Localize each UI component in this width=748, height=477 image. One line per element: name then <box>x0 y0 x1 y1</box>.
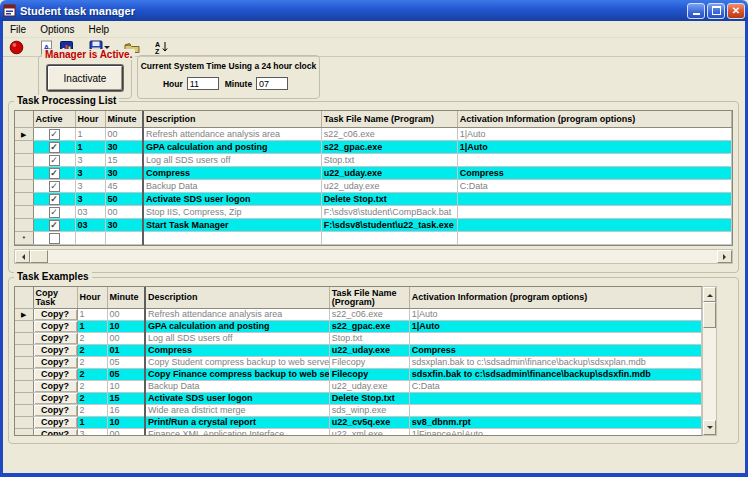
scroll-up-button[interactable] <box>703 287 716 302</box>
scroll-right-button[interactable] <box>717 250 732 263</box>
row-selector[interactable] <box>15 206 33 219</box>
grid-cell[interactable]: 1 <box>77 309 107 321</box>
grid-cell[interactable]: 1 <box>77 417 107 429</box>
grid-cell[interactable]: 3 <box>75 154 105 167</box>
column-header[interactable]: Task File Name (Program) <box>321 111 457 128</box>
grid-cell[interactable]: 1 <box>75 141 105 154</box>
inactivate-button[interactable]: Inactivate <box>47 65 123 91</box>
active-checkbox[interactable]: ✓ <box>49 194 60 205</box>
grid-cell[interactable]: 2 <box>77 369 107 381</box>
grid-cell[interactable]: Stop IIS, Compress, Zip <box>143 206 321 219</box>
row-selector[interactable] <box>15 357 33 369</box>
grid-cell[interactable]: Filecopy <box>329 357 409 369</box>
active-cell[interactable] <box>33 232 75 245</box>
grid-cell[interactable]: 00 <box>105 128 143 141</box>
grid-cell[interactable]: 3 <box>75 193 105 206</box>
active-checkbox[interactable] <box>49 233 60 244</box>
row-selector[interactable] <box>15 180 33 193</box>
grid-cell[interactable]: 2 <box>77 381 107 393</box>
row-selector[interactable] <box>15 141 33 154</box>
grid-cell[interactable]: 2 <box>77 345 107 357</box>
grid-cell[interactable]: C:Data <box>409 381 701 393</box>
grid-cell[interactable]: 15 <box>105 154 143 167</box>
grid-cell[interactable]: Refresh attendance analysis area <box>145 309 329 321</box>
grid-cell[interactable] <box>457 206 731 219</box>
copy-task-button[interactable]: Copy? <box>33 429 77 437</box>
menu-options[interactable]: Options <box>33 23 81 36</box>
row-selector[interactable] <box>15 167 33 180</box>
row-selector[interactable]: * <box>15 232 33 245</box>
copy-task-button[interactable]: Copy? <box>33 357 77 369</box>
copy-task-button[interactable]: Copy? <box>33 405 77 417</box>
grid-cell[interactable]: Stop.txt <box>329 333 409 345</box>
grid-cell[interactable]: s22_c06.exe <box>329 309 409 321</box>
maximize-button[interactable] <box>707 3 725 19</box>
grid-cell[interactable]: Copy Finance compress backup to web serv… <box>145 369 329 381</box>
grid-cell[interactable] <box>321 232 457 245</box>
grid-cell[interactable] <box>75 232 105 245</box>
row-selector[interactable] <box>15 345 33 357</box>
active-cell[interactable]: ✓ <box>33 206 75 219</box>
active-checkbox[interactable]: ✓ <box>49 181 60 192</box>
menu-help[interactable]: Help <box>82 23 117 36</box>
grid-cell[interactable] <box>105 232 143 245</box>
active-checkbox[interactable]: ✓ <box>49 168 60 179</box>
copy-task-button[interactable]: Copy? <box>33 417 77 429</box>
grid-cell[interactable] <box>457 154 731 167</box>
copy-task-button[interactable]: Copy? <box>33 309 77 321</box>
grid-cell[interactable]: 3 <box>77 429 107 437</box>
grid-cell[interactable]: Backup Data <box>143 180 321 193</box>
grid-cell[interactable]: u22_uday.exe <box>329 381 409 393</box>
grid-cell[interactable]: Log all SDS users off <box>145 333 329 345</box>
grid-cell[interactable]: u22_uday.exe <box>321 180 457 193</box>
grid-cell[interactable]: s22_c06.exe <box>321 128 457 141</box>
grid-cell[interactable]: C:Data <box>457 180 731 193</box>
column-header[interactable]: Active <box>33 111 75 128</box>
scroll-down-button[interactable] <box>703 420 716 435</box>
active-cell[interactable]: ✓ <box>33 141 75 154</box>
active-checkbox[interactable]: ✓ <box>49 220 60 231</box>
menu-file[interactable]: File <box>3 23 33 36</box>
row-selector[interactable] <box>15 405 33 417</box>
grid-cell[interactable]: 1 <box>77 321 107 333</box>
row-selector[interactable] <box>15 219 33 232</box>
grid-cell[interactable]: Compress <box>457 167 731 180</box>
grid-cell[interactable]: Compress <box>145 345 329 357</box>
grid-cell[interactable]: Copy Student compress backup to web serv… <box>145 357 329 369</box>
grid-cell[interactable]: 3 <box>75 167 105 180</box>
column-header[interactable]: Activation Information (program options) <box>457 111 731 128</box>
grid-cell[interactable]: Filecopy <box>329 369 409 381</box>
copy-task-button[interactable]: Copy? <box>33 333 77 345</box>
title-bar[interactable]: Student task manager ✕ <box>0 0 748 21</box>
grid-cell[interactable]: s22_gpac.exe <box>329 321 409 333</box>
active-cell[interactable]: ✓ <box>33 128 75 141</box>
grid-cell[interactable]: 45 <box>105 180 143 193</box>
grid-cell[interactable]: GPA calculation and posting <box>143 141 321 154</box>
grid-cell[interactable]: Compress <box>409 345 701 357</box>
column-header[interactable]: Description <box>145 287 329 309</box>
grid-cell[interactable] <box>409 333 701 345</box>
grid-cell[interactable] <box>143 232 321 245</box>
grid-cell[interactable]: 10 <box>107 321 145 333</box>
column-header[interactable]: Task File Name (Program) <box>329 287 409 309</box>
minute-field[interactable] <box>256 77 288 90</box>
grid-cell[interactable]: 00 <box>105 206 143 219</box>
row-selector[interactable] <box>15 369 33 381</box>
grid-cell[interactable]: 2 <box>77 333 107 345</box>
active-cell[interactable]: ✓ <box>33 167 75 180</box>
grid-cell[interactable]: Delete Stop.txt <box>321 193 457 206</box>
active-cell[interactable]: ✓ <box>33 154 75 167</box>
row-selector[interactable] <box>15 193 33 206</box>
grid-cell[interactable]: Activate SDS user logon <box>145 393 329 405</box>
column-header[interactable]: Minute <box>105 111 143 128</box>
grid-cell[interactable]: 2 <box>77 393 107 405</box>
grid-cell[interactable]: sds_winp.exe <box>329 405 409 417</box>
row-selector[interactable] <box>15 381 33 393</box>
copy-task-button[interactable]: Copy? <box>33 321 77 333</box>
stop-button[interactable] <box>6 39 26 56</box>
scroll-left-button[interactable] <box>15 250 30 263</box>
scroll-track[interactable] <box>703 328 716 420</box>
close-button[interactable]: ✕ <box>727 3 745 19</box>
grid-cell[interactable]: sdsxfin.bak to c:\sdsadmin\finance\backu… <box>409 369 701 381</box>
column-header[interactable]: Hour <box>75 111 105 128</box>
